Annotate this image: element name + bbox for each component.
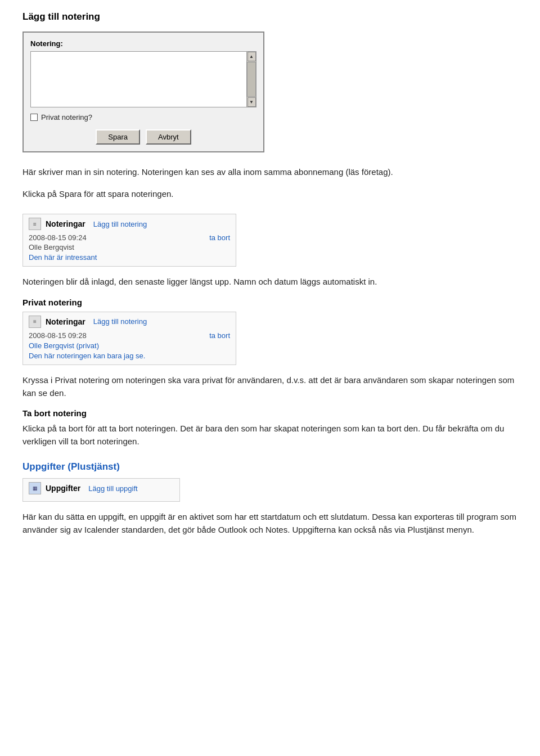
add-note-dialog: Notering: ▲ ▼ Privat notering? Spara Avb… — [22, 32, 264, 152]
body-paragraph-4: Kryssa i Privat notering om noteringen s… — [22, 374, 518, 399]
dialog-notering-label: Notering: — [30, 39, 256, 48]
page-title: Lägg till notering — [22, 11, 518, 22]
add-note-link-2[interactable]: Lägg till notering — [93, 317, 147, 326]
note-row-1: 2008-08-15 09:24 ta bort — [29, 233, 230, 242]
note-panel-title-2: Noteringar — [46, 317, 86, 326]
note-icon-2: ≡ — [29, 316, 41, 328]
note-date-2: 2008-08-15 09:28 — [29, 331, 87, 340]
private-note-label: Privat notering? — [41, 113, 92, 122]
scroll-up-btn[interactable]: ▲ — [248, 52, 256, 61]
uppgifter-icon: ▦ — [29, 482, 41, 494]
save-button[interactable]: Spara — [96, 129, 140, 145]
private-note-row: Privat notering? — [30, 113, 256, 122]
note-icon-1: ≡ — [29, 218, 41, 230]
note-delete-link-1[interactable]: ta bort — [209, 233, 230, 242]
note-panel-1: ≡ Noteringar Lägg till notering 2008-08-… — [22, 214, 236, 267]
dialog-textarea-wrapper: ▲ ▼ — [30, 51, 256, 107]
add-uppgift-link[interactable]: Lägg till uppgift — [88, 484, 137, 493]
note-panel-header-1: ≡ Noteringar Lägg till notering — [29, 218, 230, 230]
scrollbar[interactable]: ▲ ▼ — [246, 52, 256, 107]
uppgifter-panel-header: ▦ Uppgifter Lägg till uppgift — [29, 482, 174, 494]
uppgifter-heading: Uppgifter (Plustjänst) — [22, 461, 518, 472]
note-panel-header-2: ≡ Noteringar Lägg till notering — [29, 316, 230, 328]
body-paragraph-3: Noteringen blir då inlagd, den senaste l… — [22, 276, 518, 289]
note-delete-link-2[interactable]: ta bort — [209, 331, 230, 340]
note-row-2: 2008-08-15 09:28 ta bort — [29, 331, 230, 340]
private-note-section-label: Privat notering — [22, 298, 518, 307]
dialog-button-row: Spara Avbryt — [30, 129, 256, 145]
private-note-checkbox[interactable] — [30, 114, 38, 121]
uppgifter-paragraph: Här kan du sätta en uppgift, en uppgift … — [22, 511, 518, 536]
note-panel-title-1: Noteringar — [46, 219, 86, 228]
cancel-button[interactable]: Avbryt — [146, 129, 191, 145]
scroll-track — [247, 62, 256, 97]
note-panel-2: ≡ Noteringar Lägg till notering 2008-08-… — [22, 312, 236, 365]
add-note-link-1[interactable]: Lägg till notering — [93, 220, 147, 228]
body-paragraph-2: Klicka på Spara för att spara noteringen… — [22, 188, 518, 201]
note-content-1: Den här är intressant — [29, 253, 230, 263]
body-paragraph-1: Här skriver man in sin notering. Noterin… — [22, 166, 518, 179]
ta-bort-paragraph: Klicka på ta bort för att ta bort noteri… — [22, 422, 518, 448]
uppgifter-panel: ▦ Uppgifter Lägg till uppgift — [22, 478, 180, 502]
notering-textarea[interactable] — [31, 52, 246, 107]
uppgifter-title: Uppgifter — [46, 484, 80, 493]
note-content-2: Den här noteringen kan bara jag se. — [29, 351, 230, 361]
ta-bort-heading: Ta bort notering — [22, 408, 518, 418]
note-author-1: Olle Bergqvist — [29, 243, 230, 251]
note-date-1: 2008-08-15 09:24 — [29, 233, 87, 242]
scroll-down-btn[interactable]: ▼ — [248, 97, 256, 107]
note-author-private: Olle Bergqvist (privat) — [29, 341, 230, 351]
